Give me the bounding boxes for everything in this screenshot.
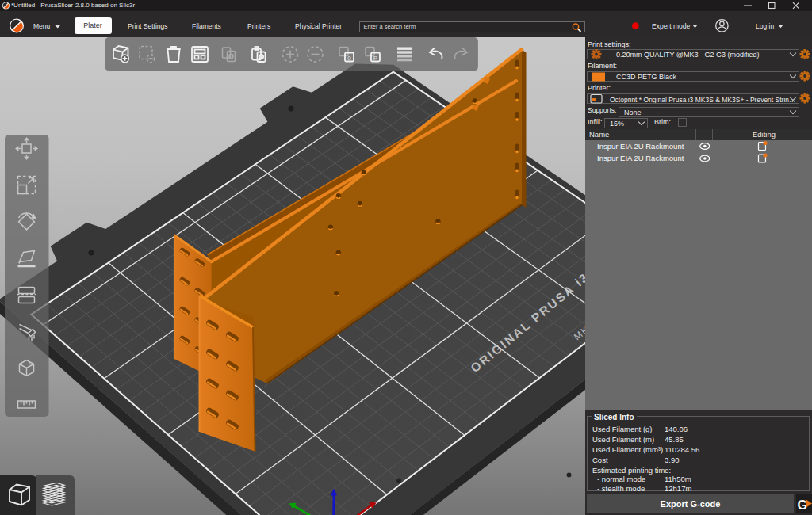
svg-text:P: P — [373, 55, 377, 62]
svg-text:0: 0 — [347, 55, 351, 62]
